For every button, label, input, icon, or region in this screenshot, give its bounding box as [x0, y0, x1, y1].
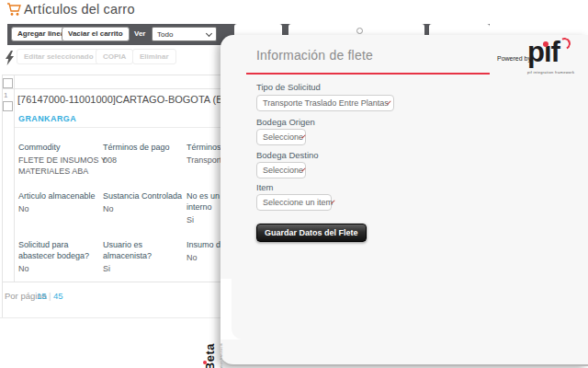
beta-badge-dot	[203, 361, 207, 364]
checkbox-column-border	[14, 75, 15, 282]
pif-logo-i-dot	[543, 41, 548, 47]
empty-cart-button[interactable]: Vaciar el carrito	[62, 27, 130, 41]
panel-left-notch	[220, 279, 232, 339]
per-page-45-link[interactable]: 45	[53, 291, 63, 301]
request-type-label: Tipo de Solicitud	[256, 82, 321, 92]
destination-warehouse-select[interactable]: Seleccione	[256, 162, 306, 178]
save-freight-data-button[interactable]: Guardar Datos del Flete	[256, 224, 367, 242]
cart-icon	[6, 3, 21, 17]
powered-by-label: Powered by	[497, 55, 531, 62]
edit-selected-button[interactable]: Editar seleccionado	[17, 49, 101, 64]
destination-warehouse-label: Bodega Destino	[256, 150, 319, 160]
beta-badge-tagline: integration framework	[220, 343, 223, 368]
item-select[interactable]: Seleccione un item	[256, 194, 332, 211]
icon-dot	[356, 28, 363, 34]
panel-title: Información de flete	[256, 48, 373, 63]
item-label: Item	[256, 182, 273, 192]
view-label: Ver	[134, 27, 145, 41]
pif-logo-tagline: pif integration framework	[527, 70, 574, 75]
app-window: Artículos del carro Agregar linea Vaciar…	[0, 0, 588, 368]
flash-icon[interactable]	[5, 51, 15, 66]
view-select[interactable]: Todo	[152, 27, 217, 41]
field-payment-terms: Términos de pago 008	[103, 142, 170, 167]
origin-warehouse-select[interactable]: Seleccione	[256, 129, 306, 145]
view-select-value: Todo	[157, 30, 173, 39]
chevron-down-icon	[206, 29, 212, 36]
per-page-15-link[interactable]: 15	[37, 291, 47, 301]
row-vendor-link[interactable]: GRANKARGA	[18, 114, 76, 123]
per-page-separator: |	[49, 291, 51, 301]
field-supply-warehouse: Solicitud para abastecer bodega? No	[18, 239, 89, 275]
row-index: 1	[4, 91, 7, 99]
page-title: Artículos del carro	[24, 2, 135, 17]
field-warehouse-user: Usuario es almacenista? Si	[103, 239, 152, 275]
row-title: [76147000-11001000]CARTAGO-BOGOTA (BULTO…	[17, 94, 253, 105]
request-type-select[interactable]: Transporte Traslado Entre Plantas	[256, 95, 394, 111]
origin-warehouse-label: Bodega Origen	[256, 117, 315, 127]
select-all-checkbox[interactable]	[3, 78, 13, 88]
field-commodity: Commodity FLETE DE INSUMOS Y MATERIALES …	[18, 142, 107, 177]
field-controlled-substance: Sustancia Controlada No	[103, 190, 182, 215]
delete-button[interactable]: Eliminar	[132, 49, 176, 64]
field-storable-item: Articulo almacenable No	[18, 190, 96, 215]
panel-title-rule	[246, 73, 490, 75]
copy-button[interactable]: COPIA	[96, 49, 133, 64]
beta-badge[interactable]: Beta integration framework	[200, 341, 226, 368]
row-checkbox[interactable]	[3, 101, 13, 111]
